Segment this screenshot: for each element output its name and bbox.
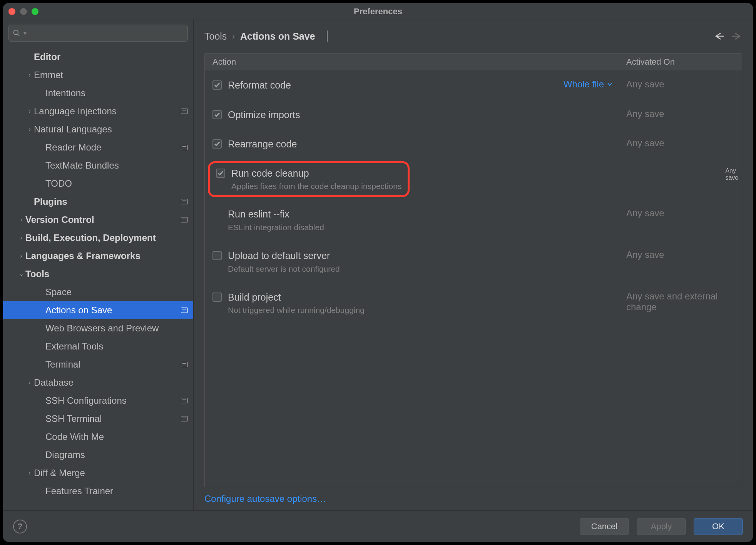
- traffic-lights: [8, 8, 38, 15]
- action-checkbox[interactable]: [212, 110, 222, 119]
- sidebar-item-label: Editor: [34, 52, 188, 62]
- configure-autosave-link[interactable]: Configure autosave options…: [204, 493, 742, 504]
- sidebar-item-label: Natural Languages: [34, 124, 188, 135]
- project-scope-icon: [181, 109, 188, 114]
- sidebar-item-label: TODO: [45, 178, 188, 189]
- breadcrumb-parent[interactable]: Tools: [204, 31, 227, 42]
- action-label: Optimize imports: [228, 109, 300, 121]
- sidebar-item[interactable]: Reader Mode: [3, 138, 193, 156]
- sidebar-item-label: Space: [45, 287, 188, 298]
- sidebar-item[interactable]: Actions on Save: [3, 301, 193, 319]
- chevron-right-icon: ›: [25, 72, 34, 79]
- sidebar-item[interactable]: Diagrams: [3, 446, 193, 464]
- sidebar-item-label: Diagrams: [45, 450, 188, 460]
- scope-dropdown[interactable]: Whole file: [564, 79, 612, 90]
- sidebar-item[interactable]: ›Natural Languages: [3, 120, 193, 138]
- sidebar-item-label: Database: [34, 377, 188, 388]
- sidebar-item[interactable]: ›Diff & Merge: [3, 464, 193, 482]
- sidebar-item[interactable]: Code With Me: [3, 428, 193, 446]
- sidebar-item-label: Code With Me: [45, 431, 188, 442]
- table-row: Rearrange codeAny save: [205, 129, 742, 159]
- activated-on-cell: Any save: [619, 208, 742, 232]
- sidebar-item[interactable]: ›Build, Execution, Deployment: [3, 229, 193, 247]
- sidebar-item-label: Features Trainer: [45, 486, 188, 497]
- sidebar-item[interactable]: Plugins: [3, 192, 193, 211]
- sidebar-item[interactable]: ›Version Control: [3, 211, 193, 229]
- sidebar-item[interactable]: Terminal: [3, 355, 193, 373]
- apply-button[interactable]: Apply: [637, 518, 686, 535]
- sidebar-item-label: TextMate Bundles: [45, 160, 188, 171]
- minimize-window-button[interactable]: [20, 8, 27, 15]
- table-row: Upload to default serverDefault server i…: [205, 241, 742, 283]
- action-checkbox[interactable]: [212, 293, 222, 302]
- ok-button[interactable]: OK: [694, 518, 743, 535]
- chevron-down-icon: [607, 82, 612, 86]
- cancel-button[interactable]: Cancel: [580, 518, 629, 535]
- activated-on-cell: Any save: [619, 79, 742, 92]
- svg-line-1: [18, 34, 20, 36]
- sidebar-item[interactable]: ›Language Injections: [3, 102, 193, 120]
- sidebar-item[interactable]: Space: [3, 283, 193, 301]
- sidebar-item[interactable]: ›Database: [3, 373, 193, 391]
- chevron-right-icon: ›: [25, 379, 34, 386]
- action-cell: Run eslint --fixESLint integration disab…: [212, 208, 619, 232]
- project-scope-icon: [181, 217, 188, 222]
- sidebar-item[interactable]: TextMate Bundles: [3, 156, 193, 174]
- sidebar-item[interactable]: SSH Configurations: [3, 391, 193, 410]
- footer: ? Cancel Apply OK: [3, 510, 753, 542]
- sidebar-item-label: Terminal: [45, 359, 179, 370]
- search-caret: ▾: [23, 30, 27, 37]
- activated-on-cell: Any save: [725, 159, 742, 181]
- action-checkbox[interactable]: [212, 139, 222, 149]
- zoom-window-button[interactable]: [32, 8, 38, 15]
- action-cell: Run code cleanupApplies fixes from the c…: [216, 167, 401, 192]
- svg-point-0: [14, 30, 18, 35]
- action-cell: Optimize imports: [212, 109, 619, 121]
- table-row: Run code cleanupApplies fixes from the c…: [208, 161, 410, 197]
- activated-on-cell: Any save: [619, 109, 742, 121]
- breadcrumb-separator-icon: ›: [232, 32, 235, 41]
- project-scope-icon: [181, 416, 188, 421]
- sidebar-item[interactable]: ›Emmet: [3, 66, 193, 84]
- sidebar-item[interactable]: TODO: [3, 174, 193, 192]
- search-input[interactable]: ▾: [8, 25, 188, 42]
- col-action-header[interactable]: Action: [205, 57, 619, 67]
- footer-buttons: Cancel Apply OK: [580, 518, 743, 535]
- activated-on-cell: Any save: [619, 138, 742, 150]
- action-label: Run code cleanupApplies fixes from the c…: [231, 167, 401, 192]
- sidebar-item-label: Web Browsers and Preview: [45, 323, 188, 334]
- breadcrumb: Tools › Actions on Save: [204, 28, 742, 45]
- help-button[interactable]: ?: [13, 520, 27, 533]
- breadcrumb-current: Actions on Save: [240, 31, 315, 42]
- close-window-button[interactable]: [8, 8, 15, 15]
- sidebar-item[interactable]: ›Languages & Frameworks: [3, 247, 193, 265]
- chevron-right-icon: ›: [25, 126, 34, 133]
- table-row: Optimize importsAny save: [205, 100, 742, 130]
- activated-on-cell: Any save: [619, 249, 742, 274]
- settings-tree[interactable]: Editor›EmmetIntentions›Language Injectio…: [3, 46, 193, 510]
- sidebar-item[interactable]: External Tools: [3, 337, 193, 355]
- sidebar-item[interactable]: Editor: [3, 48, 193, 66]
- action-label: Build projectNot triggered while running…: [228, 291, 365, 316]
- sidebar-item-label: Reader Mode: [45, 142, 179, 153]
- sidebar-item[interactable]: Web Browsers and Preview: [3, 319, 193, 337]
- action-checkbox[interactable]: [212, 251, 222, 260]
- sidebar-item[interactable]: Intentions: [3, 84, 193, 102]
- window-title: Preferences: [3, 7, 753, 17]
- sidebar-item-label: Tools: [25, 269, 188, 279]
- chevron-right-icon: ›: [17, 234, 25, 241]
- nav-back-button[interactable]: [714, 32, 724, 41]
- sidebar-item[interactable]: SSH Terminal: [3, 410, 193, 428]
- titlebar: Preferences: [3, 3, 753, 20]
- activated-on-cell: Any save and external change: [619, 291, 742, 316]
- action-checkbox[interactable]: [212, 80, 222, 90]
- action-label: Upload to default serverDefault server i…: [228, 249, 340, 274]
- sidebar-item[interactable]: ⌄Tools: [3, 265, 193, 283]
- sidebar-item-label: Version Control: [25, 214, 179, 225]
- col-activated-header[interactable]: Activated On: [619, 57, 742, 67]
- sidebar-item[interactable]: Features Trainer: [3, 482, 193, 500]
- sidebar-item-label: Build, Execution, Deployment: [25, 232, 188, 243]
- table-body: Reformat codeWhole fileAny saveOptimize …: [205, 70, 742, 487]
- action-checkbox[interactable]: [216, 169, 225, 178]
- table-row: Reformat codeWhole fileAny save: [205, 70, 742, 100]
